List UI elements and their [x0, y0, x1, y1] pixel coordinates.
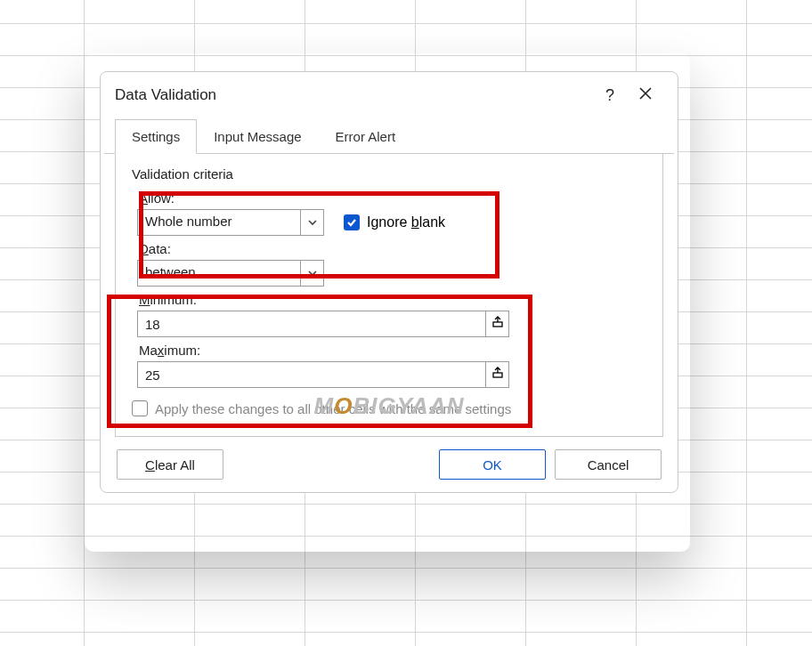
- data-dropdown-button[interactable]: [300, 261, 323, 286]
- dialog-titlebar: Data Validation ?: [101, 72, 678, 113]
- help-button[interactable]: ?: [592, 81, 628, 109]
- data-combobox[interactable]: between: [137, 260, 324, 287]
- settings-panel: Validation criteria Allow: Whole number …: [115, 154, 663, 437]
- dialog-button-bar: Clear All OK Cancel: [101, 437, 678, 481]
- allow-value: Whole number: [138, 210, 300, 235]
- dialog-tabs: Settings Input Message Error Alert: [104, 113, 674, 154]
- validation-criteria-label: Validation criteria: [132, 166, 646, 182]
- svg-rect-0: [493, 322, 502, 327]
- minimum-label: Minimum:: [139, 292, 646, 307]
- close-icon: [638, 86, 653, 104]
- range-select-icon: [491, 316, 504, 332]
- checkbox-unchecked-icon: [132, 400, 148, 416]
- data-validation-dialog: Data Validation ? Settings Input Message…: [100, 71, 678, 493]
- ignore-blank-checkbox[interactable]: Ignore blank: [344, 214, 445, 230]
- tab-error-alert[interactable]: Error Alert: [319, 119, 413, 154]
- tab-settings[interactable]: Settings: [115, 119, 197, 154]
- allow-combobox[interactable]: Whole number: [137, 209, 324, 236]
- spacer: [232, 449, 430, 480]
- maximum-input-group: [137, 361, 509, 388]
- minimum-range-select-button[interactable]: [485, 311, 508, 336]
- svg-rect-1: [493, 373, 502, 377]
- ignore-blank-label: Ignore blank: [367, 214, 445, 230]
- minimum-input-group: [137, 311, 509, 337]
- chevron-down-icon: [308, 214, 317, 230]
- close-button[interactable]: [628, 81, 663, 109]
- minimum-input[interactable]: [138, 311, 485, 336]
- maximum-input[interactable]: [138, 362, 485, 387]
- tab-input-message[interactable]: Input Message: [197, 119, 318, 154]
- clear-all-button[interactable]: Clear All: [117, 449, 223, 480]
- dialog-title: Data Validation: [115, 86, 592, 104]
- range-select-icon: [491, 367, 504, 383]
- maximum-range-select-button[interactable]: [485, 362, 508, 387]
- maximum-label: Maximum:: [139, 343, 646, 358]
- data-label: Data:: [139, 241, 646, 256]
- cancel-button[interactable]: Cancel: [555, 449, 662, 480]
- allow-dropdown-button[interactable]: [300, 210, 323, 235]
- ok-button[interactable]: OK: [439, 449, 546, 480]
- chevron-down-icon: [308, 265, 317, 281]
- apply-to-others-label: Apply these changes to all other cells w…: [155, 401, 511, 416]
- allow-label: Allow:: [139, 190, 646, 206]
- apply-to-others-row: Apply these changes to all other cells w…: [132, 400, 646, 416]
- help-icon: ?: [605, 86, 614, 105]
- checkbox-checked-icon: [344, 214, 360, 230]
- apply-to-others-checkbox[interactable]: Apply these changes to all other cells w…: [132, 400, 511, 416]
- data-value: between: [138, 261, 300, 286]
